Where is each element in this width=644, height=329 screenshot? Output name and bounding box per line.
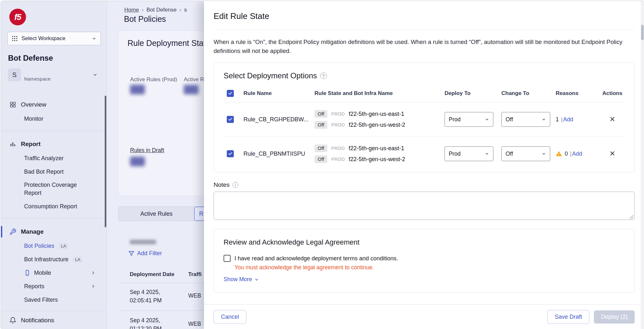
sidebar-item-bot-infrastructure[interactable]: Bot Infrastructure LA <box>1 253 107 266</box>
options-table-header: Rule Name Rule State and Bot Infra Name … <box>224 90 625 102</box>
namespace-label: Namespace <box>24 76 51 82</box>
options-table-row: Rule_CB_RGHPEDBW... Off PROD f22-5th-gen… <box>224 102 625 136</box>
namespace-avatar: S <box>8 68 21 81</box>
la-badge: LA <box>59 243 68 249</box>
active-rules-prod-label: Active Rules (Prod) <box>130 76 177 83</box>
sidebar-item-report[interactable]: Report <box>1 137 107 152</box>
deploy-to-value: Prod <box>449 151 461 157</box>
panel-scrollbar[interactable] <box>641 1 644 329</box>
chevron-down-icon <box>485 117 489 122</box>
add-filter-label: Add Filter <box>137 250 162 257</box>
remove-row-button[interactable]: ✕ <box>609 150 615 158</box>
column-header-deployment-date: Deployment Date <box>130 271 174 278</box>
notes-textarea[interactable] <box>214 192 635 220</box>
sidebar-item-reports[interactable]: Reports <box>1 280 107 293</box>
date-line: Sep 4 2025, <box>130 316 162 325</box>
sidebar-item-consumption-report[interactable]: Consumption Report <box>1 200 107 213</box>
add-reason-link[interactable]: Add <box>563 116 573 123</box>
deploy-button[interactable]: Deploy (2) <box>594 310 635 324</box>
sidebar-item-label: Report <box>21 141 40 148</box>
sidebar-item-bad-bot-report[interactable]: Bad Bot Report <box>1 165 107 178</box>
sidebar-scrollbar[interactable] <box>105 96 106 227</box>
table-row-type: WEB <box>188 321 201 327</box>
divider <box>1 131 107 131</box>
pipe-divider: | <box>570 151 572 157</box>
sidebar-item-label: Bad Bot Report <box>24 169 64 175</box>
sidebar-item-manage[interactable]: Manage <box>1 224 107 239</box>
col-change-to: Change To <box>501 90 556 97</box>
active-rules-label: Active Ru <box>184 76 207 83</box>
help-icon[interactable]: ? <box>320 73 327 79</box>
sidebar-item-saved-filters[interactable]: Saved Filters <box>1 293 107 307</box>
reasons-cell: 1 | Add <box>556 116 600 123</box>
panel-header: Edit Rule State <box>214 1 635 30</box>
sidebar-item-monitor[interactable]: Monitor <box>1 112 107 126</box>
col-rule-name: Rule Name <box>243 90 314 97</box>
divider <box>1 218 107 219</box>
deploy-to-select[interactable]: Prod <box>445 112 493 127</box>
change-to-select[interactable]: Off <box>501 146 550 161</box>
items-count-redacted <box>130 240 156 244</box>
chevron-down-icon <box>485 152 489 156</box>
sidebar: f5 Select Workspace Bot Defense S Namesp… <box>1 1 107 329</box>
chevron-down-icon <box>254 277 259 282</box>
sidebar-item-label: Bot Infrastructure <box>24 256 68 263</box>
rules-in-draft-link[interactable]: Rules in Draft <box>130 147 164 154</box>
env-label: PROD <box>331 157 345 162</box>
edit-rule-state-panel: Edit Rule State When a rule is “On”, the… <box>204 1 644 329</box>
check-icon <box>228 152 233 156</box>
change-to-value: Off <box>506 151 513 157</box>
table-row-type: WEB <box>188 292 201 299</box>
info-icon[interactable]: i <box>233 182 238 188</box>
warning-icon <box>556 151 562 157</box>
sidebar-item-label: Bot Policies <box>24 243 54 249</box>
sidebar-item-label: Reports <box>24 283 44 290</box>
env-label: PROD <box>331 122 345 127</box>
add-filter-button[interactable]: Add Filter <box>128 250 162 257</box>
sidebar-item-bot-policies[interactable]: Bot Policies LA <box>1 239 107 253</box>
f5-logo-text: f5 <box>14 12 21 22</box>
col-actions: Actions <box>602 90 622 97</box>
legal-title: Review and Acknowledge Legal Agreement <box>224 238 625 247</box>
sidebar-item-notifications[interactable]: Notifications <box>1 311 107 329</box>
date-line: Sep 4 2025, <box>130 288 162 296</box>
show-more-link[interactable]: Show More <box>224 276 625 283</box>
state-pill: Off <box>314 121 327 129</box>
chevron-right-icon <box>91 270 96 275</box>
rule-name: Rule_CB_PBNMTIISPU <box>243 151 314 157</box>
select-all-checkbox[interactable] <box>227 90 234 97</box>
reason-count: 0 <box>565 151 568 157</box>
chevron-right-icon <box>91 284 96 289</box>
chevron-down-icon <box>93 72 98 77</box>
sidebar-item-label: Mobile <box>34 270 51 276</box>
row-checkbox[interactable] <box>227 116 234 123</box>
cancel-button[interactable]: Cancel <box>214 310 246 324</box>
state-pill: Off <box>314 110 327 118</box>
save-draft-button[interactable]: Save Draft <box>547 310 589 324</box>
namespace-selector[interactable]: S Namespace <box>8 68 100 82</box>
bell-icon <box>9 317 16 324</box>
sidebar-item-protection-coverage-report[interactable]: Protection Coverage Report <box>1 178 107 200</box>
panel-scrollbar-thumb[interactable] <box>641 25 644 40</box>
legal-checkbox[interactable] <box>224 255 231 262</box>
breadcrumb-separator: › <box>142 7 144 13</box>
change-to-select[interactable]: Off <box>501 112 550 127</box>
breadcrumb-bot-defense[interactable]: Bot Defense <box>146 7 177 13</box>
add-reason-link[interactable]: Add <box>572 151 582 157</box>
check-icon <box>228 91 233 96</box>
workspace-selector[interactable]: Select Workspace <box>7 32 101 45</box>
breadcrumb-home[interactable]: Home <box>124 7 139 13</box>
sidebar-item-traffic-analyzer[interactable]: Traffic Analyzer <box>1 152 107 165</box>
sidebar-item-overview[interactable]: Overview <box>1 97 107 112</box>
deploy-to-select[interactable]: Prod <box>445 146 493 161</box>
infra-name: f22-5th-gen-us-east-1 <box>348 145 404 152</box>
remove-row-button[interactable]: ✕ <box>609 115 615 124</box>
f5-logo: f5 <box>9 9 26 25</box>
legal-checkbox-label[interactable]: I have read and acknowledge deployment t… <box>234 255 398 262</box>
column-header-traffic: Traffi <box>188 271 202 278</box>
sidebar-item-mobile[interactable]: Mobile <box>1 266 107 280</box>
redacted-value <box>130 157 145 166</box>
sidebar-item-label: Traffic Analyzer <box>24 155 64 162</box>
row-checkbox[interactable] <box>227 150 234 157</box>
tab-active-rules[interactable]: Active Rules <box>119 207 194 221</box>
